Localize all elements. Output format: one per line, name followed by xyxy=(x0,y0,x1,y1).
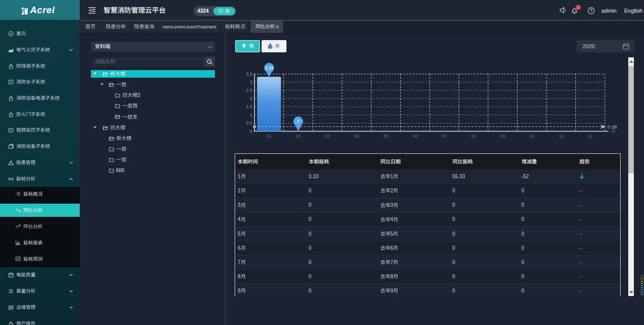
svg-text:1.5: 1.5 xyxy=(246,104,252,109)
svg-text:03: 03 xyxy=(325,134,330,139)
svg-text:10: 10 xyxy=(529,134,534,139)
svg-text:06: 06 xyxy=(412,134,417,139)
svg-text:3.33: 3.33 xyxy=(265,66,273,71)
svg-text:04: 04 xyxy=(354,134,359,139)
svg-text:2: 2 xyxy=(250,96,252,101)
svg-text:0.5: 0.5 xyxy=(246,120,252,125)
svg-text:2.5: 2.5 xyxy=(246,88,252,93)
svg-text:12: 12 xyxy=(588,134,593,139)
svg-text:05: 05 xyxy=(383,134,389,139)
svg-text:02: 02 xyxy=(296,134,301,139)
svg-text:01: 01 xyxy=(267,134,272,139)
svg-text:0: 0 xyxy=(297,119,300,124)
svg-text:3: 3 xyxy=(250,80,252,85)
svg-text:07: 07 xyxy=(442,134,447,139)
svg-text:1: 1 xyxy=(250,112,252,117)
svg-text:0: 0 xyxy=(250,129,252,134)
svg-text:08: 08 xyxy=(471,134,476,139)
svg-text:11: 11 xyxy=(559,134,563,139)
svg-text:09: 09 xyxy=(500,134,505,139)
svg-text:3.5: 3.5 xyxy=(246,72,252,77)
